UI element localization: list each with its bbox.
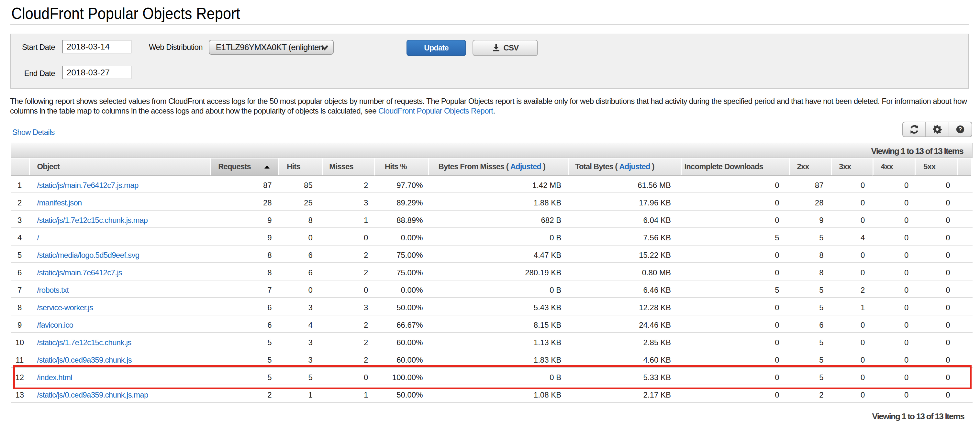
svg-text:?: ? <box>959 126 962 133</box>
